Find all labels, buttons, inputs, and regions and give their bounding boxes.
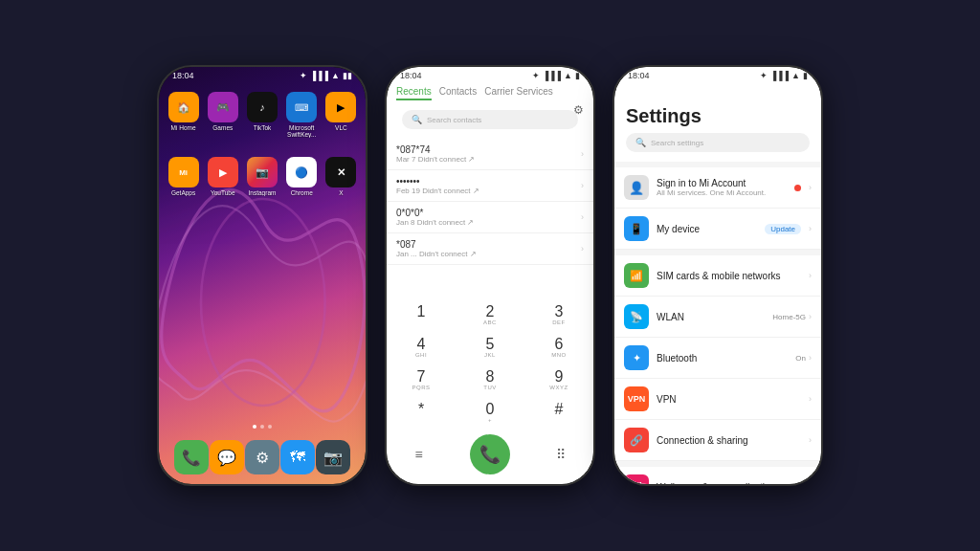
arrow-connection: ›	[809, 435, 812, 445]
settings-wlan[interactable]: 📡 WLAN Home-5G ›	[614, 297, 821, 338]
page-dots	[159, 425, 366, 429]
dock-camera[interactable]: 📷	[316, 440, 350, 474]
settings-sim[interactable]: 📶 SIM cards & mobile networks ›	[614, 255, 821, 297]
signal-p2: ▐▐▐	[543, 71, 561, 80]
dock-phone[interactable]: 📞	[174, 440, 209, 474]
dialpad-grid-btn[interactable]: ⠿	[547, 441, 574, 468]
battery-icon-p1: ▮▮	[343, 71, 352, 80]
call-item-1[interactable]: *087*74 Mar 7 Didn't connect ↗ ›	[387, 139, 593, 170]
vpn-icon: VPN	[628, 394, 646, 404]
wifi-p3: ▲	[791, 71, 800, 80]
wifi-p2: ▲	[564, 71, 572, 80]
bt-icon-p1: ✦	[300, 71, 307, 80]
arrow-bluetooth: ›	[809, 353, 812, 363]
dial-7[interactable]: 7PQRS	[387, 364, 456, 396]
dial-star[interactable]: *	[387, 396, 456, 429]
wave-decoration	[159, 96, 366, 468]
tab-carrier[interactable]: Carrier Services	[484, 86, 553, 100]
arrow-wlan: ›	[809, 312, 812, 321]
app-grid-row1: 🏠 Mi Home 🎮 Games ♪ TikTok ⌨ Microsoft S…	[159, 88, 366, 142]
call-list: *087*74 Mar 7 Didn't connect ↗ › •••••••…	[387, 139, 593, 295]
settings-vpn[interactable]: VPN VPN ›	[614, 379, 821, 420]
search-icon-settings: 🔍	[635, 138, 646, 147]
app-vlc[interactable]: ▶ VLC	[324, 92, 358, 138]
dial-0[interactable]: 0+	[456, 396, 524, 429]
search-placeholder-settings: Search settings	[651, 139, 703, 147]
app-youtube[interactable]: ▶ YouTube	[206, 157, 239, 196]
app-x[interactable]: ✕ X	[324, 157, 358, 196]
dock-maps[interactable]: 🗺	[280, 440, 315, 474]
tab-contacts[interactable]: Contacts	[439, 86, 477, 100]
sim-icon: 📶	[630, 270, 643, 282]
settings-bluetooth[interactable]: ✦ Bluetooth On ›	[614, 338, 821, 379]
search-icon-p2: 🔍	[412, 115, 422, 124]
dial-5[interactable]: 5JKL	[456, 331, 524, 364]
time-phone1: 18:04	[172, 71, 194, 80]
app-mi-home[interactable]: 🏠 Mi Home	[167, 92, 200, 138]
account-icon: 👤	[629, 181, 644, 195]
phone-dialer: 18:04 ✦ ▐▐▐ ▲ ▮ Recents Contacts Carrier…	[385, 65, 595, 486]
dial-9[interactable]: 9WXYZ	[524, 364, 593, 396]
dial-3[interactable]: 3DEF	[524, 298, 593, 331]
time-phone3: 18:04	[628, 71, 650, 80]
settings-wallpaper[interactable]: 🖼 Wallpaper & personalization ›	[614, 467, 821, 484]
app-chrome[interactable]: 🔵 Chrome	[285, 157, 319, 196]
battery-p3: ▮	[803, 71, 808, 80]
battery-p2: ▮	[575, 71, 580, 80]
arrow-device: ›	[809, 224, 812, 233]
status-bar-phone1: 18:04 ✦ ▐▐▐ ▲ ▮▮	[159, 67, 366, 82]
bt-icon-p2: ✦	[532, 71, 540, 80]
settings-title: Settings	[626, 103, 810, 133]
settings-connection-sharing[interactable]: 🔗 Connection & sharing ›	[614, 420, 821, 461]
dial-1[interactable]: 1	[387, 298, 456, 331]
dial-2[interactable]: 2ABC	[456, 298, 524, 331]
app-swiftkey[interactable]: ⌨ Microsoft SwiftKey...	[285, 92, 319, 138]
device-icon: 📱	[630, 223, 643, 235]
signal-p3: ▐▐▐	[770, 71, 789, 80]
dialpad: 1 2ABC 3DEF 4GHI 5JKL 6MNO 7PQRS 8TUV 9W…	[387, 295, 593, 484]
phone-settings: 18:04 ✦ ▐▐▐ ▲ ▮ Settings 🔍 Search settin…	[612, 65, 823, 486]
dock-settings[interactable]: ⚙	[245, 440, 279, 474]
settings-search-bar[interactable]: 🔍 Search settings	[626, 133, 810, 152]
dial-hash[interactable]: #	[524, 396, 593, 429]
status-bar-phone3: 18:04 ✦ ▐▐▐ ▲ ▮	[614, 67, 821, 82]
arrow-wallpaper: ›	[809, 482, 812, 484]
gear-button[interactable]: ⚙	[573, 103, 584, 117]
settings-header: Settings 🔍 Search settings	[614, 82, 821, 162]
settings-account[interactable]: 👤 Sign in to Mi Account All Mi services.…	[614, 167, 821, 209]
search-placeholder-p2: Search contacts	[427, 116, 481, 124]
dialpad-menu-btn[interactable]: ≡	[406, 441, 433, 468]
call-item-3[interactable]: 0*0*0* Jan 8 Didn't connect ↗ ›	[387, 202, 593, 233]
app-instagram[interactable]: 📷 Instagram	[245, 157, 278, 196]
settings-list: 👤 Sign in to Mi Account All Mi services.…	[614, 162, 821, 484]
wlan-icon: 📡	[630, 311, 643, 323]
arrow-sim: ›	[809, 271, 812, 280]
app-grid-row2: Mi GetApps ▶ YouTube 📷 Instagram 🔵 Chrom…	[159, 153, 366, 200]
signal-icon-p1: ▐▐▐	[310, 71, 328, 80]
wallpaper-icon: 🖼	[632, 481, 642, 484]
connection-icon: 🔗	[630, 434, 643, 447]
bluetooth-icon: ✦	[633, 352, 641, 364]
phone2-header: Recents Contacts Carrier Services 🔍 Sear…	[387, 82, 593, 139]
bt-icon-p3: ✦	[760, 71, 768, 80]
dock-messages[interactable]: 💬	[210, 440, 244, 474]
tab-recents[interactable]: Recents	[396, 86, 432, 100]
contacts-search[interactable]: 🔍 Search contacts	[402, 110, 578, 129]
dial-6[interactable]: 6MNO	[524, 331, 593, 364]
bluetooth-status: On	[795, 354, 806, 363]
call-item-4[interactable]: *087 Jan ... Didn't connect ↗ ›	[387, 233, 593, 265]
app-games[interactable]: 🎮 Games	[206, 92, 239, 138]
call-item-2[interactable]: ••••••• Feb 19 Didn't connect ↗ ›	[387, 170, 593, 202]
notification-dot	[794, 185, 801, 191]
time-phone2: 18:04	[400, 71, 422, 80]
app-tiktok[interactable]: ♪ TikTok	[245, 92, 278, 138]
phone-home: 18:04 ✦ ▐▐▐ ▲ ▮▮ 🏠 Mi Home 🎮 Games	[157, 65, 368, 486]
wlan-status: Home-5G	[772, 313, 806, 321]
update-badge: Update	[765, 224, 801, 234]
settings-my-device[interactable]: 📱 My device Update ›	[614, 209, 821, 250]
dock: 📞 💬 ⚙ 🗺 📷	[159, 440, 366, 474]
dial-8[interactable]: 8TUV	[456, 364, 524, 396]
call-button[interactable]: 📞	[470, 434, 510, 474]
app-getapps[interactable]: Mi GetApps	[167, 157, 200, 196]
dial-4[interactable]: 4GHI	[387, 331, 456, 364]
